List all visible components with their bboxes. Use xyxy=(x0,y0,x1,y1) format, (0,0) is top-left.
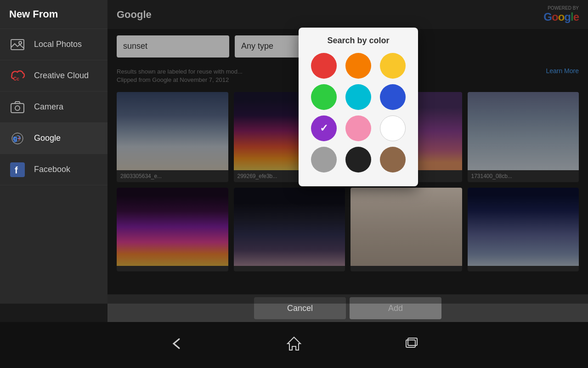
list-item[interactable] xyxy=(234,188,345,271)
image-label xyxy=(351,266,462,271)
image-thumbnail xyxy=(234,188,345,266)
svg-text:Cc: Cc xyxy=(13,76,19,81)
color-swatch-orange[interactable] xyxy=(345,53,371,79)
image-label xyxy=(234,266,345,271)
svg-point-4 xyxy=(15,106,20,110)
svg-point-1 xyxy=(19,41,22,44)
sidebar-item-label-creative-cloud: Creative Cloud xyxy=(34,71,89,80)
facebook-icon: f xyxy=(9,161,26,178)
sidebar-item-label-local-photos: Local Photos xyxy=(34,40,82,49)
g-blue: G xyxy=(543,11,552,23)
sidebar-item-label-facebook: Facebook xyxy=(34,165,70,174)
list-item[interactable] xyxy=(351,188,462,271)
image-label xyxy=(117,266,228,271)
image-label xyxy=(468,266,579,271)
cc-icon: Cc xyxy=(9,68,26,84)
google-logo: POWERED BY Google xyxy=(543,6,579,23)
color-swatch-teal[interactable] xyxy=(345,84,371,110)
android-nav-bar xyxy=(0,322,588,368)
add-button[interactable]: Add xyxy=(350,297,441,319)
info-main-text: Results shown are labeled for reuse with… xyxy=(117,68,243,75)
back-button[interactable] xyxy=(168,335,185,355)
info-subtext: Clipped from Google at November 7, 2012 xyxy=(117,76,229,83)
g-yellow: o xyxy=(558,11,565,23)
list-item[interactable]: 2803305634_e... xyxy=(117,92,228,182)
color-row-3 xyxy=(307,115,410,141)
color-row-1 xyxy=(307,53,410,79)
color-swatch-purple[interactable] xyxy=(311,115,337,141)
svg-text:f: f xyxy=(15,165,18,175)
header-title: Google xyxy=(117,9,152,21)
image-thumbnail xyxy=(468,188,579,266)
photo-icon xyxy=(9,36,26,53)
color-swatch-yellow[interactable] xyxy=(380,53,406,79)
list-item[interactable] xyxy=(117,188,228,271)
sidebar-title: New From xyxy=(0,0,107,29)
g-red: o xyxy=(552,11,558,23)
google-brand-text: Google xyxy=(543,11,579,23)
svg-rect-3 xyxy=(11,104,24,113)
sidebar-item-local-photos[interactable]: Local Photos xyxy=(0,29,107,60)
g-red2: e xyxy=(573,11,579,23)
color-picker-title: Search by color xyxy=(307,36,410,46)
sidebar-item-label-google: Google xyxy=(34,133,61,143)
color-swatch-blue[interactable] xyxy=(380,84,406,110)
svg-rect-0 xyxy=(11,40,24,50)
color-row-2 xyxy=(307,84,410,110)
color-swatch-black[interactable] xyxy=(345,147,371,172)
image-label: 2803305634_e... xyxy=(117,170,228,182)
color-swatch-pink[interactable] xyxy=(345,115,371,141)
image-thumbnail xyxy=(117,188,228,266)
color-swatch-white[interactable] xyxy=(380,115,406,141)
image-label: 1731400_08cb... xyxy=(468,170,579,182)
svg-text:g: g xyxy=(13,134,17,142)
color-swatch-gray[interactable] xyxy=(311,147,337,172)
g-blue2: g xyxy=(564,11,571,23)
color-swatch-green[interactable] xyxy=(311,84,337,110)
recents-button[interactable] xyxy=(403,335,420,355)
image-thumbnail xyxy=(468,92,579,170)
list-item[interactable] xyxy=(468,188,579,271)
color-picker-popup: Search by color xyxy=(299,28,418,186)
list-item[interactable]: 1731400_08cb... xyxy=(468,92,579,182)
sidebar-item-creative-cloud[interactable]: Cc Creative Cloud xyxy=(0,60,107,92)
bottom-action-bar: Cancel Add xyxy=(107,294,588,322)
sidebar-item-facebook[interactable]: f Facebook xyxy=(0,154,107,185)
google-icon: g+ g xyxy=(9,130,26,147)
learn-more-link[interactable]: Learn More xyxy=(546,67,579,75)
type-dropdown-label: Any type xyxy=(241,41,273,51)
image-thumbnail xyxy=(351,188,462,266)
home-button[interactable] xyxy=(286,335,302,355)
sidebar-title-text: New From xyxy=(9,8,58,20)
color-row-4 xyxy=(307,147,410,172)
sidebar: New From Local Photos Cc Creative Cloud xyxy=(0,0,107,304)
search-input[interactable] xyxy=(117,35,229,58)
image-thumbnail xyxy=(117,92,228,170)
cancel-button[interactable]: Cancel xyxy=(254,297,346,319)
svg-marker-11 xyxy=(288,337,300,350)
camera-icon xyxy=(9,99,26,115)
sidebar-item-camera[interactable]: Camera xyxy=(0,92,107,123)
color-swatch-brown[interactable] xyxy=(380,147,406,172)
powered-by-text: POWERED BY xyxy=(548,6,579,11)
color-swatch-red[interactable] xyxy=(311,53,337,79)
sidebar-item-google[interactable]: g+ g Google xyxy=(0,123,107,154)
sidebar-item-label-camera: Camera xyxy=(34,102,63,112)
main-header: Google POWERED BY Google xyxy=(107,0,588,29)
